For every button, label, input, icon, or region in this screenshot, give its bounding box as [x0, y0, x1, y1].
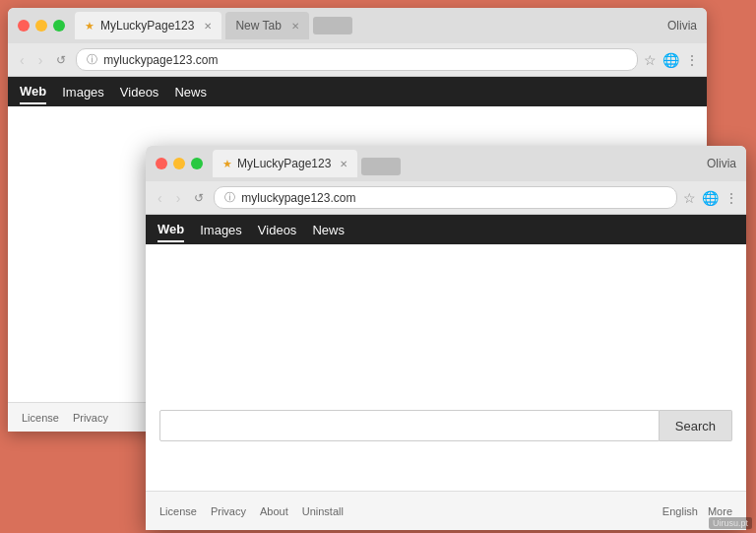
front-footer-about[interactable]: About	[260, 505, 288, 517]
search-input[interactable]	[159, 410, 660, 441]
front-footer-license[interactable]: License	[159, 505, 197, 517]
back-nav-images[interactable]: Images	[62, 81, 104, 103]
front-refresh-icon[interactable]: ↺	[190, 189, 208, 207]
front-nav-forward-icon[interactable]: ›	[172, 188, 185, 208]
back-new-tab-close-icon[interactable]: ✕	[291, 21, 299, 32]
back-nav-forward-icon[interactable]: ›	[34, 50, 47, 70]
back-address-actions: ☆ 🌐 ⋮	[644, 52, 699, 68]
front-address-field[interactable]: ⓘ myluckypage123.com	[214, 186, 677, 209]
front-tab-favicon: ★	[222, 158, 232, 170]
back-nav-toolbar: Web Images Videos News	[8, 77, 707, 106]
back-tab-label: MyLuckyPage123	[100, 19, 194, 33]
front-nav-toolbar: Web Images Videos News	[146, 215, 746, 244]
back-user-label: Olivia	[667, 19, 697, 33]
front-minimize-btn[interactable]	[173, 158, 185, 169]
back-browser-icon[interactable]: 🌐	[662, 52, 679, 68]
front-tab-bar: ★ MyLuckyPage123 ✕	[213, 150, 707, 177]
back-nav-back-icon[interactable]: ‹	[16, 50, 29, 70]
back-nav-news[interactable]: News	[174, 81, 207, 103]
back-close-btn[interactable]	[18, 20, 30, 32]
front-maximize-btn[interactable]	[191, 158, 203, 169]
front-lock-icon: ⓘ	[224, 190, 235, 205]
front-nav-news[interactable]: News	[312, 219, 345, 241]
watermark: Uirusu.pt	[709, 517, 752, 529]
back-address-text: myluckypage123.com	[103, 53, 218, 67]
back-address-bar: ‹ › ↺ ⓘ myluckypage123.com ☆ 🌐 ⋮	[8, 43, 707, 77]
front-footer-more[interactable]: More	[708, 505, 732, 517]
back-window-controls	[18, 20, 65, 32]
front-footer: License Privacy About Uninstall English …	[146, 491, 746, 530]
front-star-icon[interactable]: ☆	[683, 190, 696, 206]
front-footer-privacy[interactable]: Privacy	[211, 505, 246, 517]
front-nav-images[interactable]: Images	[200, 219, 242, 241]
front-browser-icon[interactable]: 🌐	[702, 190, 719, 206]
front-nav-back-icon[interactable]: ‹	[154, 188, 166, 208]
front-browser-window: ★ MyLuckyPage123 ✕ Olivia ‹ › ↺ ⓘ myluck…	[146, 146, 746, 530]
front-window-controls	[156, 158, 203, 169]
front-browser-content: Search	[146, 244, 746, 491]
front-user-label: Olivia	[707, 157, 736, 170]
front-address-bar: ‹ › ↺ ⓘ myluckypage123.com ☆ 🌐 ⋮	[146, 181, 746, 215]
back-refresh-icon[interactable]: ↺	[52, 51, 70, 69]
front-tab-ghost	[361, 158, 401, 175]
back-maximize-btn[interactable]	[53, 20, 65, 32]
front-tab-label: MyLuckyPage123	[237, 157, 331, 170]
front-title-bar: ★ MyLuckyPage123 ✕ Olivia	[146, 146, 746, 181]
back-nav-web[interactable]: Web	[20, 80, 46, 104]
back-title-bar: ★ MyLuckyPage123 ✕ New Tab ✕ Olivia	[8, 8, 707, 43]
back-nav-videos[interactable]: Videos	[120, 81, 159, 103]
back-address-field[interactable]: ⓘ myluckypage123.com	[76, 48, 638, 71]
front-tab-close-icon[interactable]: ✕	[340, 159, 347, 169]
back-tab-new[interactable]: New Tab ✕	[225, 12, 308, 39]
front-footer-right: English More	[662, 505, 732, 517]
back-footer-license[interactable]: License	[22, 412, 59, 424]
back-lock-icon: ⓘ	[87, 52, 97, 67]
front-menu-icon[interactable]: ⋮	[724, 190, 738, 206]
front-address-text: myluckypage123.com	[241, 191, 355, 205]
back-star-icon[interactable]: ☆	[644, 52, 657, 68]
back-minimize-btn[interactable]	[35, 20, 47, 32]
front-footer-uninstall[interactable]: Uninstall	[302, 505, 344, 517]
back-tab-spacer	[313, 17, 352, 34]
front-close-btn[interactable]	[156, 158, 167, 169]
back-footer-privacy[interactable]: Privacy	[73, 412, 108, 424]
back-tab-favicon: ★	[85, 20, 94, 33]
front-footer-english[interactable]: English	[662, 505, 698, 517]
front-tab-active[interactable]: ★ MyLuckyPage123 ✕	[213, 150, 357, 177]
front-nav-videos[interactable]: Videos	[258, 219, 297, 241]
front-search-area: Search	[146, 410, 746, 441]
back-new-tab-label: New Tab	[235, 19, 281, 33]
front-nav-web[interactable]: Web	[158, 218, 184, 242]
back-tab-bar: ★ MyLuckyPage123 ✕ New Tab ✕	[75, 12, 667, 39]
back-tab-close-icon[interactable]: ✕	[204, 21, 212, 32]
search-button[interactable]: Search	[660, 410, 732, 441]
back-menu-icon[interactable]: ⋮	[685, 52, 699, 68]
front-address-actions: ☆ 🌐 ⋮	[683, 190, 738, 206]
back-tab-active[interactable]: ★ MyLuckyPage123 ✕	[75, 12, 221, 39]
